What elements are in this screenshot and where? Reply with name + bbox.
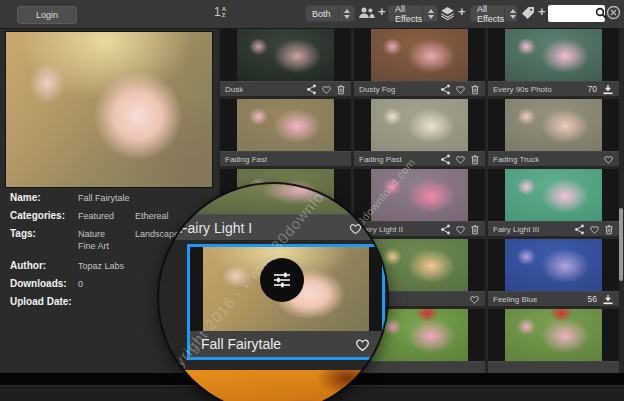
detail-label: Tags: bbox=[10, 228, 78, 252]
effect-name: Dusty Fog bbox=[359, 85, 395, 94]
clear-search-icon[interactable] bbox=[606, 5, 621, 20]
detail-value: Fine Art bbox=[78, 240, 135, 252]
sort-number-glyph: 1 bbox=[214, 6, 221, 18]
sliders-icon bbox=[269, 267, 295, 293]
community-users-icon[interactable] bbox=[358, 6, 375, 19]
effect-name: Fading Past bbox=[359, 155, 402, 164]
effect-thumbnail bbox=[237, 29, 334, 81]
effect-card[interactable]: Fading Truck bbox=[488, 99, 619, 166]
magnified-effect-name-above: Fairy Light I bbox=[179, 220, 252, 236]
favorite-icon[interactable] bbox=[354, 336, 371, 352]
magnifier-circle: Fairy Light I Fall Fairytale Copyri bbox=[159, 184, 387, 401]
effect-thumbnail bbox=[505, 309, 602, 361]
effect-labelbar: Feeling Blue56 bbox=[488, 291, 619, 306]
favorite-icon[interactable] bbox=[469, 294, 480, 304]
detail-row: Categories:FeaturedEthereal bbox=[10, 210, 210, 222]
effect-name: Dusk bbox=[225, 85, 243, 94]
effect-labelbar: Dusk bbox=[220, 81, 351, 96]
share-icon[interactable] bbox=[306, 84, 317, 95]
effect-card[interactable]: Fading Fast bbox=[220, 99, 351, 166]
sort-az-glyph: AZ bbox=[222, 6, 226, 18]
filter-effects-2-value: All Effects bbox=[477, 4, 504, 24]
select-stepper-icon bbox=[504, 6, 520, 21]
detail-row: Name:Fall Fairytale bbox=[10, 192, 210, 204]
detail-label: Author: bbox=[10, 260, 78, 272]
download-count: 56 bbox=[588, 294, 597, 304]
magnified-label-fairy-light: Fairy Light I bbox=[159, 214, 377, 240]
favorite-icon[interactable] bbox=[589, 224, 600, 234]
select-stepper-icon bbox=[422, 6, 438, 21]
filter-effects-select-1[interactable]: All Effects bbox=[388, 5, 438, 22]
detail-value: 0 bbox=[78, 278, 135, 290]
detail-value: Fall Fairytale bbox=[78, 192, 135, 204]
favorite-icon[interactable] bbox=[455, 154, 466, 164]
grid-scrollbar-thumb[interactable] bbox=[619, 208, 623, 281]
detail-label: Upload Date: bbox=[10, 296, 78, 308]
delete-icon[interactable] bbox=[470, 224, 480, 235]
select-stepper-icon bbox=[338, 6, 354, 21]
effect-labelbar bbox=[488, 361, 619, 373]
add-community-filter-button[interactable]: + bbox=[378, 4, 386, 19]
delete-icon[interactable] bbox=[604, 224, 614, 235]
effect-labelbar: Fairy Light II bbox=[354, 221, 485, 236]
favorite-icon[interactable] bbox=[321, 84, 332, 94]
sort-alphabetical-icon[interactable]: 1 AZ bbox=[214, 6, 226, 18]
effect-layers-icon[interactable] bbox=[440, 6, 455, 21]
effect-name: Fairy Light III bbox=[493, 225, 539, 234]
effect-preview-image bbox=[5, 31, 213, 188]
effect-labelbar: Every 90s Photo70 bbox=[488, 81, 619, 96]
top-toolbar: Login 1 AZ Both + All Effects + All Effe… bbox=[0, 0, 624, 29]
delete-icon[interactable] bbox=[470, 154, 480, 165]
favorite-icon[interactable] bbox=[455, 224, 466, 234]
magnified-effect-name: Fall Fairytale bbox=[201, 336, 281, 352]
delete-icon[interactable] bbox=[336, 84, 346, 95]
detail-label: Categories: bbox=[10, 210, 78, 222]
effect-card[interactable]: Every 90s Photo70 bbox=[488, 29, 619, 96]
filter-both-value: Both bbox=[312, 9, 331, 19]
effect-name: Feeling Blue bbox=[493, 295, 537, 304]
effect-thumbnail bbox=[237, 99, 334, 151]
effect-labelbar bbox=[354, 361, 485, 373]
effect-name: Fading Fast bbox=[225, 155, 267, 164]
effect-card[interactable]: Feeling Blue56 bbox=[488, 239, 619, 306]
effect-thumbnail bbox=[371, 309, 468, 361]
search-input[interactable] bbox=[551, 6, 595, 21]
magnified-selected-labelbar: Fall Fairytale bbox=[190, 331, 382, 357]
share-icon[interactable] bbox=[440, 154, 451, 165]
effect-thumbnail bbox=[505, 169, 602, 221]
filter-effects-select-2[interactable]: All Effects bbox=[470, 5, 518, 22]
effect-card[interactable]: Fairy Light III bbox=[488, 169, 619, 236]
detail-value: Topaz Labs bbox=[78, 260, 135, 272]
effect-name: Fading Truck bbox=[493, 155, 539, 164]
effect-card[interactable] bbox=[488, 309, 619, 373]
download-icon[interactable] bbox=[602, 294, 614, 305]
tag-icon[interactable] bbox=[521, 6, 535, 20]
share-icon[interactable] bbox=[440, 224, 451, 235]
effect-thumbnail bbox=[505, 239, 602, 291]
effect-labelbar: Fading Fast bbox=[220, 151, 351, 166]
effect-labelbar: Fading Truck bbox=[488, 151, 619, 166]
share-icon[interactable] bbox=[574, 224, 585, 235]
detail-value: Nature bbox=[78, 228, 135, 240]
effect-card[interactable]: Dusk bbox=[220, 29, 351, 96]
effect-thumbnail bbox=[505, 99, 602, 151]
login-button[interactable]: Login bbox=[17, 6, 77, 24]
detail-value: Ethereal bbox=[135, 210, 192, 222]
effect-name: Every 90s Photo bbox=[493, 85, 552, 94]
add-tag-button[interactable]: + bbox=[538, 4, 546, 19]
detail-label: Downloads: bbox=[10, 278, 78, 290]
add-effect-button[interactable]: + bbox=[458, 4, 466, 19]
favorite-icon[interactable] bbox=[603, 154, 614, 164]
effect-labelbar: Fairy Light III bbox=[488, 221, 619, 236]
detail-label: Name: bbox=[10, 192, 78, 204]
download-count: 70 bbox=[588, 84, 597, 94]
filter-both-select[interactable]: Both bbox=[305, 5, 355, 22]
detail-value: Featured bbox=[78, 210, 135, 222]
effect-card[interactable]: Dusty Fog bbox=[354, 29, 485, 96]
search-box bbox=[548, 5, 605, 22]
effect-thumbnail bbox=[505, 29, 602, 81]
topaz-effects-window: Login 1 AZ Both + All Effects + All Effe… bbox=[0, 0, 624, 401]
download-icon[interactable] bbox=[602, 84, 614, 95]
filter-effects-1-value: All Effects bbox=[395, 4, 422, 24]
share-icon[interactable] bbox=[440, 84, 451, 95]
